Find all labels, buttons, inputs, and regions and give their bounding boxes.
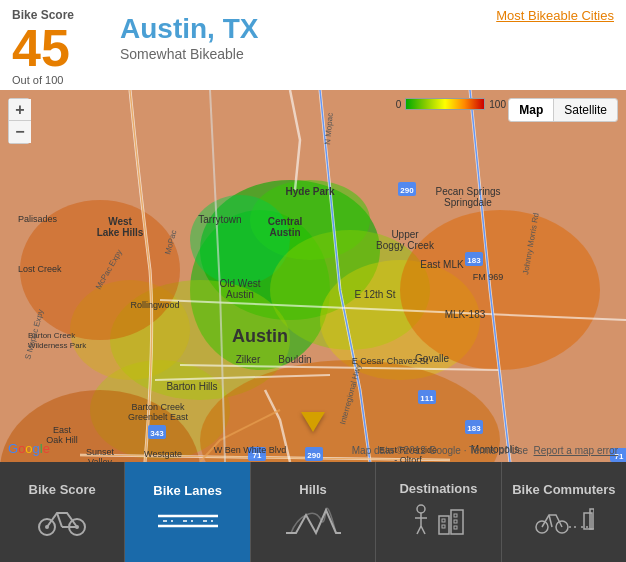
svg-text:111: 111 [420,394,434,403]
tab-hills-label: Hills [299,482,326,497]
svg-text:West: West [108,216,132,227]
zoom-in-button[interactable]: + [9,99,31,121]
tab-bike-lanes-label: Bike Lanes [153,483,222,498]
bike-commuters-icon [534,505,594,542]
svg-text:Upper: Upper [391,229,419,240]
svg-rect-90 [442,525,445,528]
svg-point-10 [400,210,600,370]
svg-text:Greenbelt East: Greenbelt East [128,412,189,422]
tab-bike-score-label: Bike Score [29,482,96,497]
bike-score-icon [37,505,87,542]
most-bikeable-link[interactable]: Most Bikeable Cities [496,8,614,23]
tab-bike-score[interactable]: Bike Score [0,462,125,562]
svg-text:Barton Creek: Barton Creek [131,402,185,412]
report-link[interactable]: Report a map error [534,445,618,456]
svg-rect-89 [442,519,445,522]
google-logo: Google [8,441,50,456]
map-type-controls: Map Satellite [508,98,618,122]
svg-rect-92 [454,520,457,523]
legend-bar [405,98,485,110]
svg-point-80 [75,525,79,529]
svg-text:343: 343 [150,429,164,438]
legend-low: 0 [396,99,402,110]
svg-text:Tarrytown: Tarrytown [198,214,241,225]
svg-text:183: 183 [467,256,481,265]
header: Bike Score 45 Out of 100 Austin, TX Some… [0,0,626,90]
svg-text:Boggy Creek: Boggy Creek [376,240,435,251]
svg-text:Valley: Valley [88,457,112,462]
svg-text:290: 290 [307,451,321,460]
map-svg: 290 183 183 111 343 71 290 71 Hyde Park … [0,90,626,462]
svg-text:MLK-183: MLK-183 [445,309,486,320]
map-container[interactable]: 290 183 183 111 343 71 290 71 Hyde Park … [0,90,626,462]
svg-text:East: East [53,425,72,435]
svg-point-86 [417,505,425,513]
svg-text:E 12th St: E 12th St [354,289,395,300]
hills-icon [286,505,341,542]
svg-text:183: 183 [467,424,481,433]
map-button[interactable]: Map [509,99,554,121]
svg-text:Old West: Old West [220,278,261,289]
svg-text:FM 969: FM 969 [473,272,504,282]
svg-rect-91 [454,514,457,517]
svg-text:Westgate: Westgate [144,449,182,459]
map-legend: 0 100 [396,98,506,110]
route-marker [301,412,325,432]
satellite-button[interactable]: Satellite [554,99,617,121]
svg-text:Pecan Springs: Pecan Springs [435,186,500,197]
map-zoom-controls: + − [8,98,30,144]
tab-destinations[interactable]: Destinations [376,462,501,562]
map-attribution: Map data ©2012 Google · Terms of Use Rep… [352,445,618,456]
city-name: Austin, TX [120,12,258,46]
tab-hills[interactable]: Hills [251,462,376,562]
out-of-label: Out of 100 [12,74,112,86]
svg-text:Austin: Austin [226,289,254,300]
city-description: Somewhat Bikeable [120,46,258,62]
svg-text:Wilderness Park: Wilderness Park [28,341,87,350]
svg-rect-93 [454,526,457,529]
bike-score-section: Bike Score 45 Out of 100 [12,8,112,86]
svg-text:Hyde Park: Hyde Park [286,186,335,197]
svg-text:290: 290 [400,186,414,195]
svg-text:Springdale: Springdale [444,197,492,208]
svg-text:Palisades: Palisades [18,214,58,224]
svg-point-79 [45,525,49,529]
tab-bike-commuters[interactable]: Bike Commuters [502,462,626,562]
svg-text:Central: Central [268,216,303,227]
svg-text:Austin: Austin [232,326,288,346]
svg-text:Oak Hill: Oak Hill [46,435,78,445]
tab-bike-commuters-label: Bike Commuters [512,482,615,497]
svg-text:Rollingwood: Rollingwood [130,300,179,310]
svg-text:Austin: Austin [269,227,300,238]
legend-high: 100 [489,99,506,110]
bike-lanes-icon [158,506,218,541]
zoom-out-button[interactable]: − [9,121,31,143]
svg-text:Barton Hills: Barton Hills [166,381,217,392]
svg-text:- Oltorf: - Oltorf [394,455,422,462]
svg-text:W Ben White Blvd: W Ben White Blvd [214,445,287,455]
bike-score-number: 45 [12,22,112,74]
svg-text:Zilker: Zilker [236,354,261,365]
destinations-icon [411,504,466,544]
svg-text:Bouldin: Bouldin [278,354,311,365]
svg-text:Lost Creek: Lost Creek [18,264,62,274]
city-info: Austin, TX Somewhat Bikeable [120,8,258,62]
svg-text:Sunset: Sunset [86,447,115,457]
svg-text:Govalle: Govalle [415,353,449,364]
tab-bike-lanes[interactable]: Bike Lanes [125,462,250,562]
svg-text:East MLK: East MLK [420,259,464,270]
bottom-tabs: Bike Score Bike Lanes [0,462,626,562]
svg-text:Lake Hills: Lake Hills [97,227,144,238]
tab-destinations-label: Destinations [399,481,477,496]
map-data-text: Map data ©2012 Google · Terms of Use [352,445,528,456]
